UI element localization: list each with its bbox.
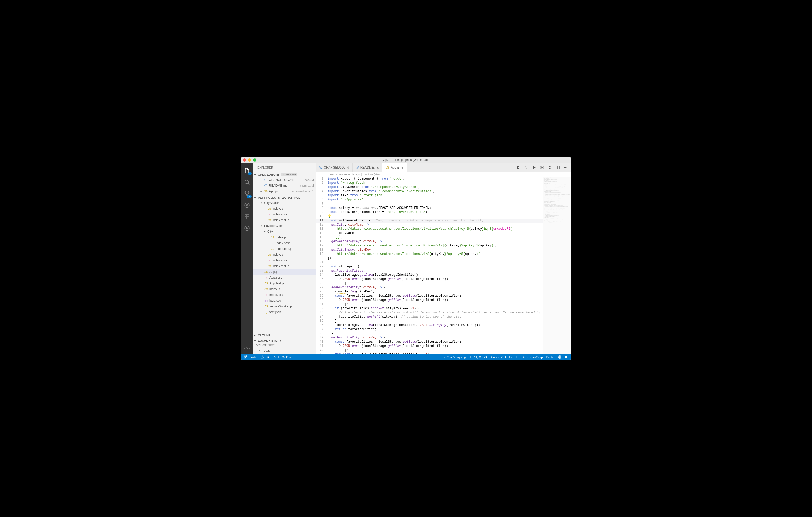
prettier-status[interactable]: Prettier <box>545 354 557 360</box>
open-editors-header[interactable]: ▾ OPEN EDITORS 1 UNSAVED <box>253 173 316 177</box>
source-control-icon[interactable]: 16 <box>241 188 253 200</box>
open-editor-item[interactable]: ●JSApp.jsaccuweather-te...1 <box>253 188 316 194</box>
minimap[interactable]: import React, { Component } from 'react'… <box>543 177 571 354</box>
close-button[interactable] <box>243 158 246 161</box>
code-line[interactable]: 41 ? JSON.parse(localStorage.getItem(loc… <box>316 344 543 348</box>
code-line[interactable]: 43 for (let i = 0; i < favoriteCities.le… <box>316 352 543 354</box>
minimize-button[interactable] <box>248 158 251 161</box>
blame-status[interactable]: You, 5 days ago <box>441 354 469 360</box>
gitlens-icon[interactable] <box>516 165 521 170</box>
code-line[interactable]: 25 ? JSON.parse(localStorage.getItem(loc… <box>316 277 543 281</box>
code-line[interactable]: 8const apikey = process.env.REACT_APP_AC… <box>316 206 543 210</box>
code-line[interactable]: 42 : []; <box>316 348 543 352</box>
file-item[interactable]: ஃindex.scss <box>253 292 316 298</box>
code-line[interactable]: 19 `http://dataservice.accuweather.com/l… <box>316 252 543 256</box>
code-line[interactable]: 3import CitySearch from './components/Ci… <box>316 185 543 189</box>
file-item[interactable]: ஃindex.scss <box>253 211 316 217</box>
outline-header[interactable]: ▸ OUTLINE <box>253 333 316 337</box>
open-editor-item[interactable]: ⓘREADME.mdnoemi-v...M <box>253 183 316 188</box>
debug-disabled-icon[interactable] <box>241 200 253 211</box>
code-line[interactable]: 20}; <box>316 256 543 260</box>
code-line[interactable]: 34 favoriteCities.unshift(cityKey); // a… <box>316 315 543 319</box>
file-item[interactable]: JSApp.test.js <box>253 280 316 286</box>
code-line[interactable]: 32 if (favoriteCities.indexOf(cityKey) =… <box>316 306 543 310</box>
search-icon[interactable] <box>241 176 253 188</box>
code-line[interactable]: 5import text from './text.json'; <box>316 193 543 197</box>
code-line[interactable]: 23 getFavoriteCities: () => <box>316 269 543 273</box>
code-line[interactable]: 6import './App.scss'; <box>316 197 543 202</box>
encoding[interactable]: UTF-8 <box>504 354 515 360</box>
code-line[interactable]: 14 cityName <box>316 231 543 235</box>
local-history-header[interactable]: ▾ LOCAL HISTORY <box>253 338 316 343</box>
file-item[interactable]: JSindex.js <box>253 206 316 211</box>
file-item[interactable]: ஃindex.scss <box>253 240 316 246</box>
git-branch[interactable]: master <box>243 354 259 360</box>
file-item[interactable]: JSindex.js <box>253 286 316 292</box>
code-line[interactable]: 10💡 <box>316 214 543 218</box>
indentation[interactable]: Spaces: 2 <box>488 354 504 360</box>
code-line[interactable]: 21 <box>316 260 543 265</box>
code-line[interactable]: 31 : []; <box>316 302 543 306</box>
history-item[interactable]: ▸Today <box>253 347 316 354</box>
code-line[interactable]: 7 <box>316 202 543 206</box>
editor-tab[interactable]: ⓘCHANGELOG.md <box>316 163 353 172</box>
code-line[interactable]: 24 localStorage.getItem(localStorageIden… <box>316 273 543 277</box>
editor-tab[interactable]: JSApp.js● <box>382 163 407 172</box>
explorer-icon[interactable]: 1 <box>241 165 253 176</box>
code-line[interactable]: 16 getWeatherByKey: cityKey => <box>316 239 543 244</box>
open-editor-item[interactable]: ⓘCHANGELOG.mdnoe...M <box>253 177 316 183</box>
run-file-icon[interactable] <box>532 165 536 170</box>
local-history-search-input[interactable] <box>256 343 313 347</box>
code-line[interactable]: 39 delFavoriteCity: cityKey => { <box>316 336 543 340</box>
code-line[interactable]: 13 `http://dataservice.accuweather.com/l… <box>316 227 543 231</box>
code-line[interactable]: 29 const favoriteCities = localStorage.g… <box>316 294 543 298</box>
code-line[interactable]: 40 const favoriteCities = localStorage.g… <box>316 340 543 344</box>
code-line[interactable]: 4import FavoriteCities from './component… <box>316 189 543 193</box>
code-line[interactable]: 27 addFavoriteCity: cityKey => { <box>316 285 543 290</box>
file-item[interactable]: JSindex.test.js <box>253 263 316 269</box>
code-line[interactable]: 12 getCity: cityName => <box>316 223 543 227</box>
editor-tab[interactable]: ⓘREADME.md <box>353 163 382 172</box>
file-item[interactable]: JSApp.js1 <box>253 269 316 275</box>
cursor-position[interactable]: Ln 11, Col 24 <box>469 354 488 360</box>
workspace-header[interactable]: ▾ PET-PROJECTS (WORKSPACE) <box>253 195 316 200</box>
code-line[interactable]: 2import 'whatwg-fetch'; <box>316 181 543 185</box>
maximize-button[interactable] <box>253 158 256 161</box>
run-icon[interactable] <box>241 222 253 234</box>
code-line[interactable]: 9const localStorageIdentifier = 'accu-fa… <box>316 210 543 214</box>
file-item[interactable]: JSserviceWorker.js <box>253 303 316 309</box>
code-line[interactable]: 38 }, <box>316 331 543 336</box>
code-line[interactable]: 26 : [], <box>316 281 543 285</box>
code-line[interactable]: 30 ? JSON.parse(localStorage.getItem(loc… <box>316 298 543 302</box>
code-line[interactable]: 18 getCityByKey: cityKey => <box>316 248 543 252</box>
code-line[interactable]: 36 localStorage.setItem(localStorageIden… <box>316 323 543 327</box>
file-item[interactable]: ▢logo.svg <box>253 298 316 303</box>
code-line[interactable]: 28 console.log(cityKey); <box>316 290 543 294</box>
code-line[interactable]: 37 return favoriteCities; <box>316 327 543 331</box>
file-item[interactable]: ஃindex.scss <box>253 257 316 263</box>
sync-icon[interactable] <box>259 354 265 360</box>
code-line[interactable]: 11const urlGenerators = {You, 5 days ago… <box>316 218 543 223</box>
file-item[interactable]: JSindex.js <box>253 235 316 240</box>
problems[interactable]: 0 1 <box>265 354 281 360</box>
split-editor-icon[interactable] <box>556 165 560 170</box>
folder-item[interactable]: ▾City <box>253 229 316 235</box>
file-item[interactable]: JSindex.test.js <box>253 246 316 252</box>
folder-item[interactable]: ▾CitySearch <box>253 200 316 206</box>
file-item[interactable]: JSindex.js <box>253 252 316 257</box>
file-item[interactable]: JSindex.test.js <box>253 217 316 223</box>
preview-icon[interactable] <box>540 165 544 170</box>
code-line[interactable]: 33 // The check if the key exists or not… <box>316 310 543 315</box>
code-editor[interactable]: 1import React, { Component } from 'react… <box>316 177 571 354</box>
more-actions-icon[interactable] <box>563 165 568 170</box>
eol[interactable]: LF <box>515 354 521 360</box>
code-line[interactable]: 17 `http://dataservice.accuweather.com/c… <box>316 244 543 248</box>
file-item[interactable]: {}text.json <box>253 309 316 315</box>
language-mode[interactable]: Babel JavaScript <box>521 354 545 360</box>
code-line[interactable]: 1import React, { Component } from 'react… <box>316 177 543 181</box>
compare-icon[interactable] <box>524 165 528 170</box>
code-line[interactable]: 22const storage = { <box>316 265 543 269</box>
file-item[interactable]: ஃApp.scss <box>253 275 316 280</box>
code-line[interactable]: 15 )}`, <box>316 235 543 239</box>
code-line[interactable]: 35 } <box>316 319 543 323</box>
